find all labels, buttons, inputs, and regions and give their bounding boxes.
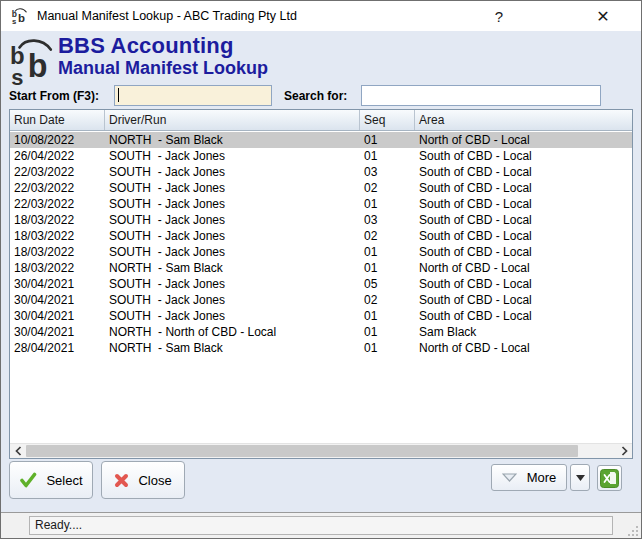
start-from-input[interactable]	[114, 85, 272, 106]
button-row: Select Close More	[1, 461, 641, 503]
grid-row[interactable]: 22/03/2022 SOUTH - Jack Jones 01 South o…	[10, 196, 632, 212]
grid-cell-driver-run: SOUTH - Jack Jones	[105, 292, 360, 308]
grid-cell-run-date: 30/04/2021	[10, 324, 105, 340]
grid-row[interactable]: 18/03/2022 SOUTH - Jack Jones 01 South o…	[10, 244, 632, 260]
grid-cell-run-date: 28/04/2021	[10, 340, 105, 356]
screen-name: Manual Manifest Lookup	[58, 58, 268, 79]
grid-cell-run-date: 30/04/2021	[10, 308, 105, 324]
grid-cell-area: South of CBD - Local	[415, 212, 632, 228]
grid-cell-seq: 03	[360, 164, 415, 180]
column-header-run-date[interactable]: Run Date	[10, 110, 105, 130]
grid-cell-area: North of CBD - Local	[415, 260, 632, 276]
column-header-seq[interactable]: Seq	[360, 110, 415, 130]
grid-cell-driver-run: NORTH - Sam Black	[105, 260, 360, 276]
grid-cell-seq: 01	[360, 260, 415, 276]
grid-row[interactable]: 28/04/2021 NORTH - Sam Black 01 North of…	[10, 340, 632, 356]
manifest-grid-body: 10/08/2022 NORTH - Sam Black 01 North of…	[10, 132, 632, 443]
svg-text:b: b	[18, 12, 25, 24]
close-button-label: Close	[138, 473, 171, 488]
grid-header: Run Date Driver/Run Seq Area	[10, 110, 632, 131]
grid-cell-seq: 01	[360, 196, 415, 212]
grid-cell-area: South of CBD - Local	[415, 228, 632, 244]
grid-cell-area: Sam Black	[415, 324, 632, 340]
svg-text:b: b	[28, 48, 48, 84]
search-input[interactable]	[361, 85, 601, 106]
filter-row: Start From (F3): Search for:	[1, 85, 641, 109]
excel-export-icon	[600, 469, 619, 488]
grid-cell-driver-run: NORTH - Sam Black	[105, 132, 360, 148]
help-button[interactable]: ?	[478, 1, 520, 31]
grid-cell-run-date: 22/03/2022	[10, 164, 105, 180]
grid-row[interactable]: 22/03/2022 SOUTH - Jack Jones 02 South o…	[10, 180, 632, 196]
grid-cell-run-date: 22/03/2022	[10, 196, 105, 212]
export-excel-button[interactable]	[597, 465, 622, 491]
close-window-button[interactable]: ✕	[582, 1, 624, 31]
grid-cell-seq: 01	[360, 132, 415, 148]
scroll-right-arrow-icon[interactable]	[616, 444, 632, 458]
grid-cell-area: South of CBD - Local	[415, 164, 632, 180]
grid-cell-seq: 01	[360, 340, 415, 356]
manifest-lookup-window: b b s Manual Manifest Lookup - ABC Tradi…	[0, 0, 642, 539]
grid-cell-run-date: 18/03/2022	[10, 228, 105, 244]
grid-cell-driver-run: SOUTH - Jack Jones	[105, 228, 360, 244]
grid-cell-seq: 01	[360, 244, 415, 260]
select-button-label: Select	[46, 473, 82, 488]
grid-cell-area: South of CBD - Local	[415, 292, 632, 308]
grid-row[interactable]: 18/03/2022 SOUTH - Jack Jones 02 South o…	[10, 228, 632, 244]
grid-cell-seq: 02	[360, 228, 415, 244]
grid-cell-area: South of CBD - Local	[415, 244, 632, 260]
grid-cell-area: North of CBD - Local	[415, 340, 632, 356]
grid-row[interactable]: 26/04/2022 SOUTH - Jack Jones 01 South o…	[10, 148, 632, 164]
svg-text:s: s	[11, 65, 23, 86]
grid-cell-area: South of CBD - Local	[415, 276, 632, 292]
grid-cell-driver-run: SOUTH - Jack Jones	[105, 148, 360, 164]
grid-cell-run-date: 18/03/2022	[10, 212, 105, 228]
grid-cell-driver-run: SOUTH - Jack Jones	[105, 308, 360, 324]
more-button[interactable]: More	[491, 464, 567, 491]
grid-row[interactable]: 30/04/2021 SOUTH - Jack Jones 02 South o…	[10, 292, 632, 308]
search-for-label: Search for:	[284, 89, 347, 103]
more-dropdown-button[interactable]	[570, 464, 590, 491]
column-header-driver-run[interactable]: Driver/Run	[105, 110, 360, 130]
scroll-left-arrow-icon[interactable]	[10, 444, 26, 458]
svg-text:s: s	[12, 18, 16, 26]
grid-cell-run-date: 18/03/2022	[10, 260, 105, 276]
grid-row[interactable]: 18/03/2022 SOUTH - Jack Jones 03 South o…	[10, 212, 632, 228]
start-from-label: Start From (F3):	[9, 89, 99, 103]
window-title: Manual Manifest Lookup - ABC Trading Pty…	[37, 9, 297, 23]
close-button[interactable]: Close	[101, 461, 185, 499]
grid-cell-driver-run: NORTH - North of CBD - Local	[105, 324, 360, 340]
grid-cell-seq: 01	[360, 148, 415, 164]
grid-row[interactable]: 22/03/2022 SOUTH - Jack Jones 03 South o…	[10, 164, 632, 180]
check-icon	[19, 472, 37, 488]
manifest-grid: Run Date Driver/Run Seq Area 10/08/2022 …	[9, 109, 633, 459]
triangle-down-outline-icon	[502, 473, 517, 482]
grid-cell-driver-run: SOUTH - Jack Jones	[105, 244, 360, 260]
grid-cell-run-date: 30/04/2021	[10, 276, 105, 292]
grid-row[interactable]: 18/03/2022 NORTH - Sam Black 01 North of…	[10, 260, 632, 276]
grid-cell-run-date: 10/08/2022	[10, 132, 105, 148]
status-bar: Ready....	[1, 512, 641, 539]
scrollbar-thumb[interactable]	[26, 445, 578, 457]
column-header-area[interactable]: Area	[415, 110, 632, 130]
grid-cell-driver-run: SOUTH - Jack Jones	[105, 212, 360, 228]
grid-cell-seq: 02	[360, 180, 415, 196]
resize-grip[interactable]	[626, 524, 639, 537]
horizontal-scrollbar[interactable]	[10, 443, 632, 458]
status-message: Ready....	[29, 516, 613, 535]
grid-cell-run-date: 30/04/2021	[10, 292, 105, 308]
grid-row[interactable]: 10/08/2022 NORTH - Sam Black 01 North of…	[10, 132, 632, 148]
grid-row[interactable]: 30/04/2021 SOUTH - Jack Jones 01 South o…	[10, 308, 632, 324]
grid-cell-driver-run: SOUTH - Jack Jones	[105, 276, 360, 292]
grid-cell-driver-run: NORTH - Sam Black	[105, 340, 360, 356]
grid-cell-run-date: 22/03/2022	[10, 180, 105, 196]
app-name: BBS Accounting	[58, 33, 268, 58]
grid-cell-area: South of CBD - Local	[415, 148, 632, 164]
triangle-down-icon	[576, 475, 585, 481]
grid-cell-seq: 05	[360, 276, 415, 292]
grid-row[interactable]: 30/04/2021 SOUTH - Jack Jones 05 South o…	[10, 276, 632, 292]
grid-cell-seq: 01	[360, 308, 415, 324]
select-button[interactable]: Select	[9, 461, 93, 499]
grid-row[interactable]: 30/04/2021 NORTH - North of CBD - Local …	[10, 324, 632, 340]
bbs-logo: b b s	[8, 36, 56, 86]
